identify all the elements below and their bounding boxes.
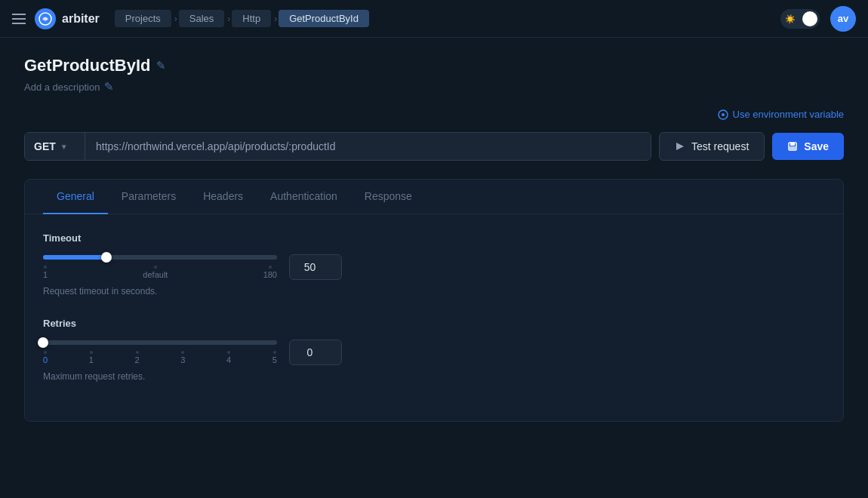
- description-edit-icon[interactable]: ✎: [104, 80, 114, 94]
- breadcrumb-sep-1: ›: [174, 14, 177, 24]
- tab-headers[interactable]: Headers: [189, 180, 257, 214]
- env-icon: [718, 109, 728, 120]
- logo: arbiter: [35, 8, 100, 29]
- retries-tick-label-2: 2: [135, 355, 140, 364]
- timeout-label: Timeout: [43, 232, 825, 244]
- svg-rect-5: [790, 146, 796, 149]
- env-var-link[interactable]: Use environment variable: [718, 109, 844, 120]
- tab-bar: General Parameters Headers Authenticatio…: [25, 180, 843, 214]
- retries-slider-container: 0 1 2 3: [43, 340, 825, 365]
- description-text: Add a description: [24, 81, 100, 93]
- retries-slider-wrap: 0 1 2 3: [43, 340, 277, 364]
- breadcrumb-item-http[interactable]: Http: [232, 10, 271, 27]
- title-row: GetProductById ✎: [24, 56, 844, 75]
- breadcrumb-sep-2: ›: [227, 14, 230, 24]
- tick-default: default: [143, 266, 168, 279]
- title-edit-icon[interactable]: ✎: [156, 59, 166, 72]
- url-section: Use environment variable GET ▼ Test requ…: [24, 109, 844, 179]
- retries-tick-label-1: 1: [89, 355, 94, 364]
- timeout-thumb[interactable]: [101, 252, 112, 263]
- tab-content-general: Timeout 1: [25, 214, 843, 421]
- logo-text: arbiter: [62, 12, 100, 26]
- retries-tick-3: 3: [180, 351, 185, 364]
- retries-tick-4: 4: [226, 351, 231, 364]
- tab-general[interactable]: General: [43, 180, 108, 214]
- url-input[interactable]: [85, 133, 651, 160]
- method-select[interactable]: GET ▼: [25, 133, 85, 160]
- url-container: GET ▼: [24, 132, 651, 161]
- timeout-slider-wrap: 1 default 180: [43, 255, 277, 279]
- breadcrumb-sep-3: ›: [274, 14, 277, 24]
- avatar[interactable]: av: [830, 6, 856, 32]
- timeout-slider-container: 1 default 180: [43, 254, 825, 280]
- save-icon: [787, 141, 798, 152]
- theme-toggle[interactable]: ☀️: [780, 9, 820, 29]
- main-card: General Parameters Headers Authenticatio…: [24, 179, 844, 422]
- save-button[interactable]: Save: [772, 133, 844, 160]
- main-content: GetProductById ✎ Add a description ✎ Use…: [0, 38, 868, 440]
- breadcrumb-item-sales[interactable]: Sales: [179, 10, 225, 27]
- page-title: GetProductById: [24, 56, 150, 75]
- tick-label-1: 1: [43, 270, 48, 279]
- tab-parameters[interactable]: Parameters: [108, 180, 189, 214]
- timeout-fill: [43, 255, 106, 260]
- tick-1: 1: [43, 266, 48, 279]
- retries-tick-label-4: 4: [226, 355, 231, 364]
- svg-point-2: [722, 113, 725, 116]
- url-row: GET ▼ Test request Save: [24, 132, 844, 161]
- retries-thumb[interactable]: [38, 337, 48, 348]
- env-row: Use environment variable: [24, 109, 844, 126]
- timeout-help: Request timeout in seconds.: [43, 286, 825, 297]
- tick-label-default: default: [143, 270, 168, 279]
- tick-label-180: 180: [263, 270, 277, 279]
- retries-tick-1: 1: [89, 351, 94, 364]
- top-nav: arbiter Projects › Sales › Http › GetPro…: [0, 0, 868, 38]
- retries-track: [43, 340, 277, 345]
- retries-tick-2: 2: [135, 351, 140, 364]
- test-request-button[interactable]: Test request: [659, 132, 765, 161]
- retries-label: Retries: [43, 318, 825, 329]
- retries-tick-label-5: 5: [272, 355, 277, 364]
- description-row[interactable]: Add a description ✎: [24, 80, 844, 94]
- retries-tick-label-3: 3: [180, 355, 185, 364]
- theme-knob: [802, 11, 817, 26]
- retries-tick-5: 5: [272, 351, 277, 364]
- retries-tick-0: 0: [43, 351, 48, 364]
- test-icon: [675, 141, 685, 152]
- hamburger-button[interactable]: [12, 14, 26, 24]
- retries-help: Maximum request retries.: [43, 371, 825, 382]
- breadcrumb-item-current[interactable]: GetProductById: [279, 10, 369, 27]
- method-chevron: ▼: [60, 143, 68, 151]
- tick-180: 180: [263, 266, 277, 279]
- timeout-number-input[interactable]: [289, 254, 342, 280]
- method-label: GET: [34, 140, 56, 152]
- tab-authentication[interactable]: Authentication: [257, 180, 351, 214]
- tab-response[interactable]: Response: [351, 180, 426, 214]
- retries-section: Retries 0: [43, 318, 825, 382]
- retries-tick-label-0: 0: [43, 355, 48, 364]
- breadcrumb: Projects › Sales › Http › GetProductById: [115, 10, 371, 27]
- retries-number-input[interactable]: [289, 340, 342, 365]
- breadcrumb-item-projects[interactable]: Projects: [115, 10, 171, 27]
- logo-icon: [35, 8, 56, 29]
- svg-rect-4: [790, 143, 795, 146]
- timeout-section: Timeout 1: [43, 232, 825, 297]
- timeout-ticks: 1 default 180: [43, 266, 277, 279]
- timeout-track: [43, 255, 277, 260]
- nav-right: ☀️ av: [780, 6, 856, 32]
- retries-ticks: 0 1 2 3: [43, 351, 277, 364]
